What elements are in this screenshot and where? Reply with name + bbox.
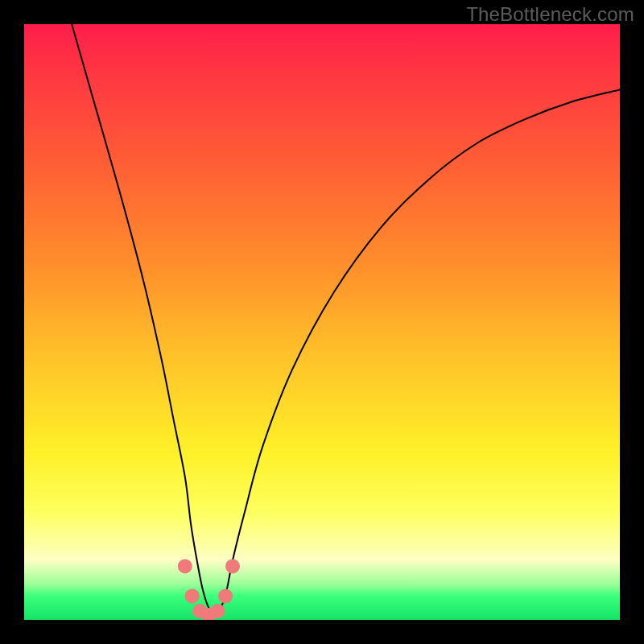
- chart-frame: TheBottleneck.com: [0, 0, 644, 644]
- curve-marker: [178, 559, 192, 573]
- curve-marker: [218, 588, 233, 603]
- plot-area: [24, 24, 620, 620]
- watermark-label: TheBottleneck.com: [466, 3, 634, 26]
- curve-marker: [225, 559, 240, 573]
- marker-group: [178, 559, 240, 620]
- curve-marker: [185, 588, 200, 603]
- chart-overlay: [24, 24, 620, 620]
- bottleneck-curve: [72, 24, 620, 614]
- curve-marker: [211, 604, 225, 618]
